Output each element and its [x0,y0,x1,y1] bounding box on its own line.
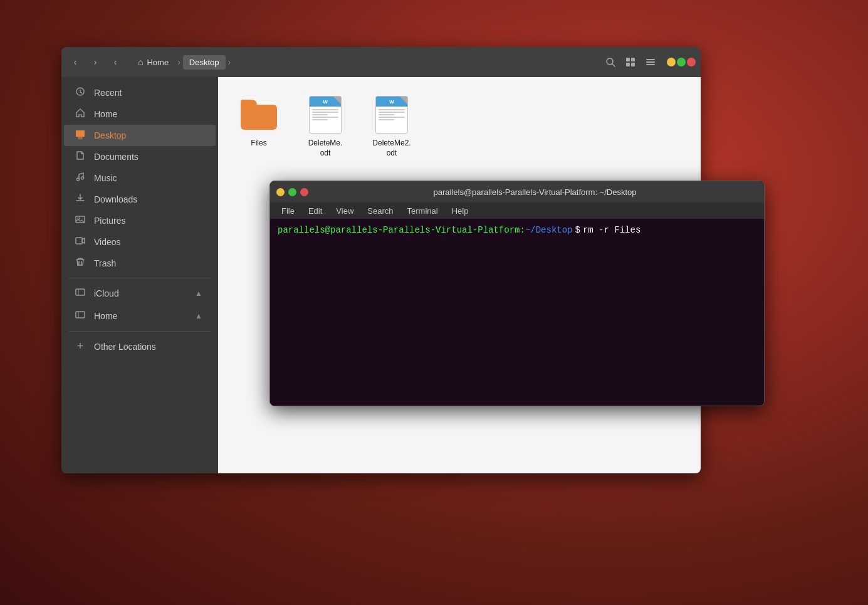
sidebar-item-downloads[interactable]: Downloads [64,189,216,210]
file-item-deleteme2-odt[interactable]: W DeleteMe2.odt [363,90,420,163]
terminal-menubar: File Edit View Search Terminal Help [270,203,764,219]
svg-rect-5 [631,63,635,66]
home2-drive-icon [74,310,86,322]
videos-icon [74,236,86,248]
file-manager-toolbar: ‹ › ‹ ⌂ Home › Desktop › [61,47,701,77]
sidebar: Recent Home Desktop Documents [61,77,218,473]
icloud-eject-button[interactable]: ▲ [192,287,206,300]
breadcrumb-home[interactable]: ⌂ Home [132,55,175,70]
terminal-titlebar: parallels@parallels-Parallels-Virtual-Pl… [270,181,764,203]
desktop-icon [74,129,86,142]
terminal-path: ~/Desktop [525,225,573,235]
home-icon: ⌂ [138,57,143,67]
terminal-minimize-button[interactable] [276,188,285,196]
terminal-menu-terminal[interactable]: Terminal [401,205,444,217]
file-item-files-folder[interactable]: Files [231,90,287,163]
terminal-window: parallels@parallels-Parallels-Virtual-Pl… [269,181,765,406]
menu-button[interactable] [642,53,659,71]
sidebar-divider2 [69,331,211,332]
terminal-menu-search[interactable]: Search [361,205,399,217]
forward-button[interactable]: › [86,53,104,71]
sidebar-item-pictures[interactable]: Pictures [64,210,216,231]
sidebar-label-home: Home [94,109,206,119]
terminal-menu-view[interactable]: View [330,205,360,217]
odt-icon-deleteme2: W [372,95,412,135]
svg-rect-18 [76,312,85,318]
toolbar-actions [602,53,659,71]
svg-rect-2 [626,58,630,61]
window-controls [667,58,696,66]
minimize-button[interactable] [667,58,676,66]
sidebar-item-desktop[interactable]: Desktop [64,125,216,146]
sidebar-item-trash[interactable]: Trash [64,253,216,274]
sidebar-item-recent[interactable]: Recent [64,82,216,103]
sidebar-item-icloud[interactable]: iCloud ▲ [64,282,216,305]
breadcrumb-current-label: Desktop [189,58,219,67]
up-button[interactable]: ‹ [107,53,124,71]
breadcrumb-forward-icon: › [228,57,231,67]
sidebar-label-desktop: Desktop [94,130,206,140]
sidebar-label-videos: Videos [94,237,206,247]
pictures-icon [74,214,86,227]
terminal-title: parallels@parallels-Parallels-Virtual-Pl… [312,187,758,197]
svg-rect-4 [626,63,630,66]
terminal-menu-edit[interactable]: Edit [302,205,328,217]
maximize-button[interactable] [677,58,686,66]
search-icon [605,57,615,67]
sidebar-label-trash: Trash [94,258,206,268]
sidebar-label-pictures: Pictures [94,216,206,226]
file-label-files: Files [251,139,266,149]
sidebar-label-home2: Home [94,311,184,321]
terminal-body[interactable]: parallels@parallels-Parallels-Virtual-Pl… [270,219,764,406]
downloads-icon [74,193,86,206]
close-button[interactable] [687,58,696,66]
sidebar-divider [69,278,211,278]
svg-rect-15 [76,238,82,244]
sidebar-label-recent: Recent [94,88,206,98]
search-button[interactable] [602,53,619,71]
odt-icon-deleteme: W [305,95,345,135]
terminal-prompt-line: parallels@parallels-Parallels-Virtual-Pl… [278,225,756,235]
svg-point-12 [81,177,84,179]
sidebar-item-music[interactable]: Music [64,167,216,189]
sidebar-item-home[interactable]: Home [64,103,216,125]
hamburger-icon [646,57,656,67]
sidebar-item-other-locations[interactable]: + Other Locations [64,335,216,357]
sidebar-label-icloud: iCloud [94,288,184,298]
breadcrumb: ⌂ Home › Desktop › [132,55,231,70]
svg-rect-16 [76,289,85,295]
file-label-deleteme: DeleteMe.odt [308,139,343,158]
sidebar-item-documents[interactable]: Documents [64,146,216,167]
sidebar-item-videos[interactable]: Videos [64,231,216,253]
svg-rect-6 [646,59,655,60]
terminal-menu-help[interactable]: Help [446,205,475,217]
svg-rect-3 [631,58,635,61]
back-button[interactable]: ‹ [66,53,84,71]
documents-icon [74,150,86,163]
terminal-symbol: $ [575,225,580,235]
sidebar-label-downloads: Downloads [94,194,206,204]
terminal-maximize-button[interactable] [288,188,296,196]
sidebar-label-other: Other Locations [94,342,206,352]
file-item-deleteme-odt[interactable]: W DeleteMe.odt [297,90,353,163]
view-toggle-button[interactable] [622,53,639,71]
home2-eject-button[interactable]: ▲ [192,309,206,323]
svg-rect-8 [646,64,655,65]
breadcrumb-current[interactable]: Desktop [183,55,226,70]
icloud-icon [74,287,86,300]
sidebar-label-music: Music [94,173,206,183]
terminal-user-host: parallels@parallels-Parallels-Virtual-Pl… [278,225,525,235]
trash-icon [74,257,86,270]
svg-point-11 [77,178,80,181]
svg-rect-10 [76,130,85,137]
file-label-deleteme2: DeleteMe2.odt [372,139,410,158]
svg-point-14 [78,218,80,219]
home-sidebar-icon [74,108,86,120]
sidebar-item-home2[interactable]: Home ▲ [64,305,216,327]
other-locations-icon: + [74,340,86,353]
terminal-close-button[interactable] [300,188,308,196]
terminal-menu-file[interactable]: File [275,205,301,217]
breadcrumb-separator: › [177,57,180,67]
sidebar-label-documents: Documents [94,152,206,162]
grid-icon [625,57,635,67]
